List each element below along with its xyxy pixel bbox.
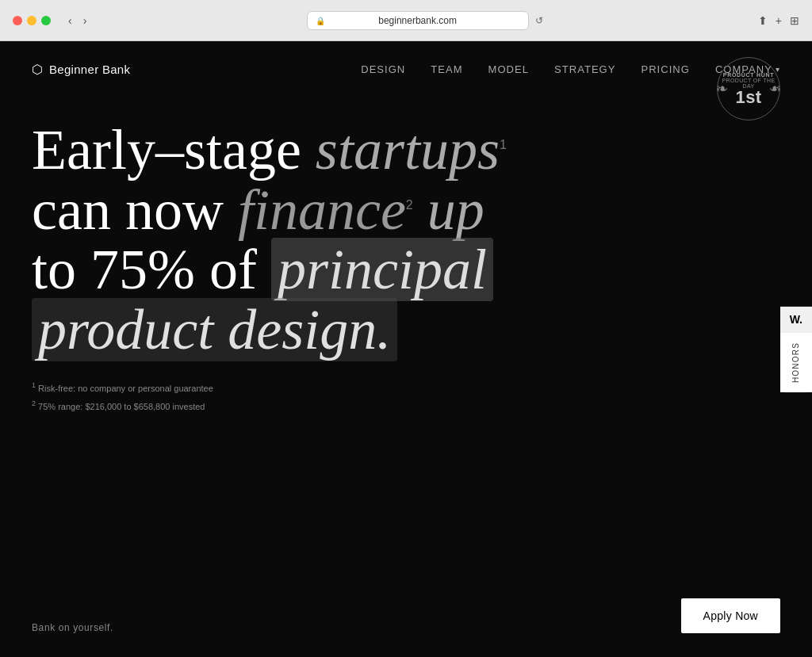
superscript-2: 2 [406, 198, 413, 212]
address-bar-container: 🔒 beginnerbank.com ↺ [98, 11, 751, 30]
hero-line2: can now finance2 up [32, 181, 587, 241]
traffic-lights [13, 16, 51, 25]
fn-num-2: 2 [32, 399, 36, 407]
lock-icon: 🔒 [316, 16, 325, 25]
laurel-left-icon: ❧ [716, 80, 728, 97]
nav-link-design[interactable]: DESIGN [361, 63, 405, 75]
browser-actions: ⬆ + ⊞ [758, 14, 799, 27]
back-button[interactable]: ‹ [63, 13, 77, 29]
ph-badge[interactable]: ❧ ❧ PRODUCT HUNT Product of the day 1st [717, 57, 780, 120]
grid-button[interactable]: ⊞ [790, 14, 799, 27]
hero-finance: finance [238, 178, 406, 242]
bottom-bar: Bank on yourself. Apply Now [32, 598, 780, 633]
nav-buttons: ‹ › [63, 13, 91, 29]
close-button[interactable] [13, 16, 22, 25]
hero-up: up [427, 178, 485, 242]
footnotes: 1 Risk-free: no company or personal guar… [32, 379, 780, 414]
side-tab-label: Honors [785, 332, 806, 392]
hero-line4: product design. [32, 300, 587, 361]
reload-icon[interactable]: ↺ [535, 15, 543, 26]
nav-link-model[interactable]: MODEL [488, 63, 529, 75]
ph-badge-inner: ❧ ❧ PRODUCT HUNT Product of the day 1st [717, 57, 780, 120]
tagline: Bank on yourself. [32, 622, 113, 633]
fn-num-1: 1 [32, 381, 36, 389]
maximize-button[interactable] [41, 16, 51, 25]
ph-hunt-text: PRODUCT HUNT [723, 72, 774, 78]
hero-headline: Early–stage startups1 can now finance2 u… [32, 120, 587, 360]
side-tab-letter: W. [780, 306, 812, 332]
footnote-1: 1 Risk-free: no company or personal guar… [32, 379, 780, 396]
fn-text-1: Risk-free: no company or personal guaran… [38, 384, 213, 393]
website-container: ⬡ Beginner Bank DESIGN TEAM MODEL STRATE… [0, 41, 812, 657]
logo-area[interactable]: ⬡ Beginner Bank [32, 62, 130, 77]
nav-link-pricing[interactable]: PRICING [641, 63, 689, 75]
url-text: beginnerbank.com [378, 15, 457, 26]
footnote-2: 2 75% range: $216,000 to $658,800 invest… [32, 397, 780, 414]
side-tab[interactable]: W. Honors [780, 306, 812, 392]
hero-startups: startups [316, 118, 500, 181]
fn-text-2: 75% range: $216,000 to $658,800 invested [38, 401, 205, 411]
hero-line3: to 75% of principal [32, 240, 587, 300]
hero-section: Early–stage startups1 can now finance2 u… [0, 97, 812, 414]
address-bar[interactable]: 🔒 beginnerbank.com [307, 11, 529, 30]
new-tab-button[interactable]: + [776, 14, 782, 27]
hero-principal: principal [271, 238, 493, 301]
apply-button[interactable]: Apply Now [681, 598, 780, 633]
forward-button[interactable]: › [79, 13, 92, 29]
ph-number: 1st [736, 89, 762, 106]
logo-icon: ⬡ [32, 62, 43, 77]
minimize-button[interactable] [27, 16, 36, 25]
browser-chrome: ‹ › 🔒 beginnerbank.com ↺ ⬆ + ⊞ [0, 0, 812, 41]
laurel-right-icon: ❧ [769, 80, 781, 97]
navbar: ⬡ Beginner Bank DESIGN TEAM MODEL STRATE… [0, 41, 812, 97]
hero-product-design: product design. [32, 298, 397, 361]
hero-line1: Early–stage startups1 [32, 120, 587, 181]
superscript-1: 1 [500, 138, 507, 151]
share-button[interactable]: ⬆ [758, 14, 768, 27]
logo-text: Beginner Bank [49, 63, 130, 76]
nav-link-strategy[interactable]: STRATEGY [554, 63, 615, 75]
nav-link-team[interactable]: TEAM [431, 63, 462, 75]
